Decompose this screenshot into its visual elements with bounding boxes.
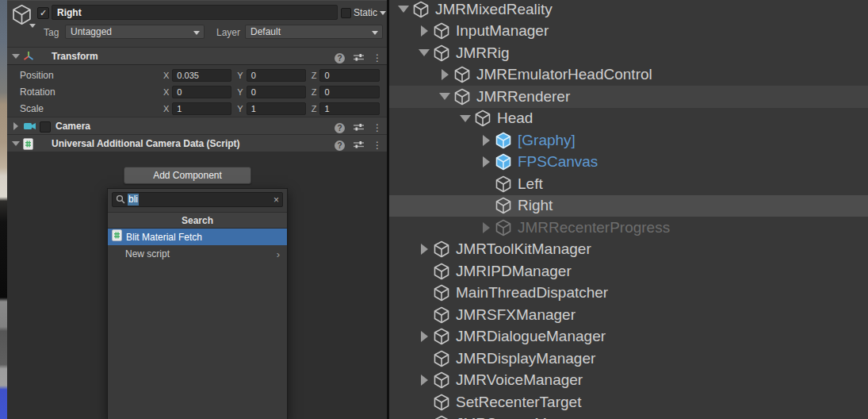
axis-label: Z (312, 104, 317, 113)
header-icons: ? ⋮ (335, 121, 382, 135)
component-result-row[interactable]: Blit Material Fetch (108, 229, 287, 245)
axis-label: Z (312, 71, 317, 80)
hierarchy-item[interactable]: Left (389, 173, 868, 195)
help-icon[interactable]: ? (335, 140, 345, 151)
add-component-button[interactable]: Add Component (124, 167, 251, 184)
layer-dropdown[interactable]: Default (245, 25, 383, 39)
foldout-arrow[interactable] (396, 6, 411, 13)
clear-search-icon[interactable]: × (273, 194, 279, 206)
menu-icon[interactable]: ⋮ (373, 53, 382, 63)
camera-header[interactable]: Camera ? ⋮ (7, 117, 387, 135)
gameobject-cube-icon (474, 110, 491, 127)
hierarchy-item[interactable]: JMRRig (389, 42, 868, 64)
foldout-arrow[interactable] (12, 141, 20, 146)
gameobject-cube-icon (433, 306, 450, 324)
foldout-arrow[interactable] (417, 49, 431, 56)
hierarchy-item[interactable]: JMREmulatorHeadControl (389, 64, 868, 86)
position-z-field[interactable]: 0 (319, 69, 380, 82)
foldout-arrow[interactable] (13, 122, 18, 130)
hierarchy-item-label: Left (518, 175, 543, 193)
hierarchy-item[interactable]: Right (389, 195, 868, 217)
menu-icon[interactable]: ⋮ (373, 140, 382, 151)
scene-view-sliver (0, 0, 7, 419)
tag-dropdown[interactable]: Untagged (65, 25, 205, 39)
hierarchy-item[interactable]: Head (389, 108, 868, 130)
transform-title: Transform (52, 48, 98, 65)
foldout-arrow[interactable] (479, 135, 493, 146)
hierarchy-item[interactable]: InputManager (389, 21, 868, 43)
transform-header[interactable]: Transform ? ⋮ (7, 47, 387, 65)
row-label: Rotation (20, 86, 55, 99)
scale-z-field[interactable]: 1 (319, 102, 380, 115)
position-y-field[interactable]: 0 (247, 69, 306, 82)
hierarchy-item[interactable]: JMRRecenterProgress (389, 217, 868, 239)
hierarchy-item[interactable]: MainThreadDispatcher (389, 283, 868, 305)
hierarchy-item-label: Right (518, 197, 553, 214)
hierarchy-item[interactable]: JMRSensorManager (389, 413, 868, 419)
vector-fields: X0 Y0 Z0 (163, 86, 380, 98)
hierarchy-item[interactable]: JMRDialogueManager (389, 326, 868, 348)
icon-dropdown-arrow[interactable] (29, 24, 36, 28)
hierarchy-item[interactable]: [Graphy] (389, 129, 868, 152)
static-dropdown-arrow[interactable] (380, 11, 386, 15)
foldout-arrow[interactable] (12, 54, 20, 59)
hierarchy-item-label: JMRRig (456, 44, 510, 62)
uacd-header[interactable]: Universal Additional Camera Data (Script… (7, 134, 387, 152)
static-checkbox[interactable] (341, 8, 351, 18)
foldout-arrow[interactable] (458, 115, 472, 122)
gameobject-header: ✓ Right Static Tag Untagged Layer Defaul… (7, 1, 387, 48)
vector-fields: X0.035 Y0 Z0 (163, 69, 380, 82)
camera-enabled-checkbox[interactable] (40, 121, 51, 133)
help-icon[interactable]: ? (335, 123, 345, 133)
foldout-arrow[interactable] (417, 331, 431, 342)
component-search-row: bli × (108, 189, 287, 210)
rotation-x-field[interactable]: 0 (172, 86, 231, 98)
hierarchy-item-label: JMRToolKitManager (456, 240, 591, 258)
gameobject-cube-icon (495, 197, 512, 214)
new-script-row[interactable]: New script › (108, 245, 287, 263)
position-x-field[interactable]: 0.035 (172, 69, 231, 82)
gameobject-cube-icon (433, 22, 450, 40)
hierarchy-item[interactable]: SetRecenterTarget (389, 391, 868, 413)
hierarchy-item-label: JMRMixedReality (435, 1, 553, 18)
hierarchy-item[interactable]: FPSCanvas (389, 152, 868, 174)
scale-y-field[interactable]: 1 (247, 102, 306, 115)
presets-icon[interactable] (354, 51, 364, 65)
hierarchy-item[interactable]: JMRMixedReality (389, 0, 868, 21)
rotation-y-field[interactable]: 0 (247, 86, 306, 98)
hierarchy-item-label: JMRDialogueManager (456, 328, 606, 345)
foldout-arrow[interactable] (438, 93, 452, 100)
menu-icon[interactable]: ⋮ (373, 123, 382, 133)
name-field[interactable]: Right (52, 5, 338, 20)
gameobject-cube-icon (495, 219, 512, 236)
hierarchy-item[interactable]: JMRSFXManager (389, 304, 868, 326)
help-icon[interactable]: ? (335, 53, 345, 63)
inspector-panel: ✓ Right Static Tag Untagged Layer Defaul… (7, 0, 387, 419)
hierarchy-item[interactable]: JMRToolKitManager (389, 239, 868, 261)
search-query-selected-text: bli (128, 194, 139, 206)
foldout-arrow[interactable] (417, 25, 431, 37)
layer-value: Default (250, 26, 281, 37)
hierarchy-item[interactable]: JMRVoiceManager (389, 370, 868, 392)
gameobject-cube-icon (433, 284, 450, 302)
hierarchy-item[interactable]: JMRIPDManager (389, 260, 868, 283)
foldout-arrow[interactable] (479, 156, 493, 167)
foldout-arrow[interactable] (479, 222, 493, 233)
scale-x-field[interactable]: 1 (172, 102, 231, 115)
presets-icon[interactable] (354, 121, 364, 135)
axis-label: Y (237, 87, 243, 97)
presets-icon[interactable] (354, 138, 364, 152)
hierarchy-item[interactable]: JMRRenderer (389, 86, 868, 108)
foldout-arrow[interactable] (417, 375, 431, 386)
foldout-arrow[interactable] (417, 244, 431, 255)
static-label[interactable]: Static (354, 6, 377, 20)
header-icons: ? ⋮ (335, 138, 382, 152)
new-script-label: New script (125, 248, 170, 259)
active-checkbox[interactable]: ✓ (37, 7, 49, 19)
foldout-arrow[interactable] (438, 69, 452, 80)
row-label: Scale (20, 102, 44, 116)
rotation-z-field[interactable]: 0 (319, 86, 380, 98)
component-search-input[interactable]: bli × (112, 192, 283, 207)
axis-label: Z (312, 87, 317, 97)
hierarchy-item[interactable]: JMRDisplayManager (389, 348, 868, 370)
